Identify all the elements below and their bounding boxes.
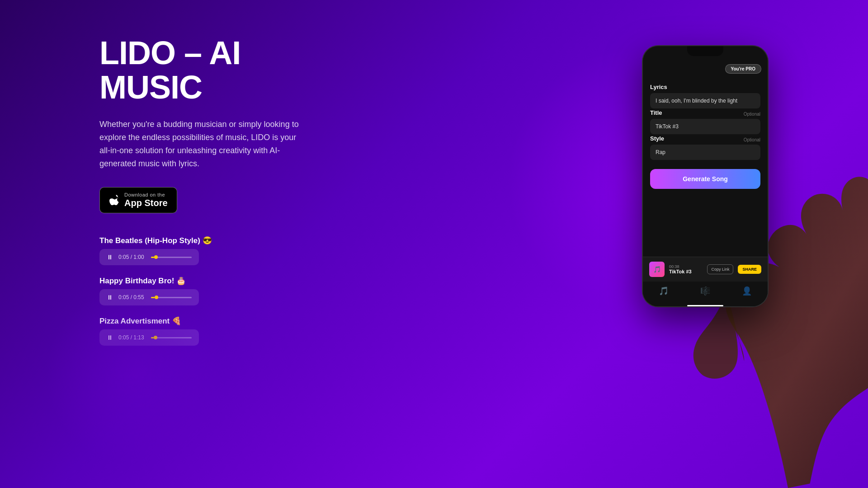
lyrics-input[interactable] xyxy=(650,93,760,108)
progress-dot-1 xyxy=(154,255,158,259)
track-player-1[interactable]: ⏸ 0:05 / 1:00 xyxy=(99,249,199,265)
share-button[interactable]: SHARE xyxy=(738,265,761,274)
style-optional: Optional xyxy=(744,137,760,142)
nav-icon-music[interactable]: 🎵 xyxy=(659,286,669,296)
track-item-2: Happy Birthday Bro! 🎂 ⏸ 0:05 / 0:55 xyxy=(99,276,362,305)
lyrics-label: Lyrics xyxy=(650,84,760,90)
hero-title-line2: MUSIC xyxy=(99,69,202,105)
player-thumbnail: 🎵 xyxy=(649,262,665,277)
progress-bar-1[interactable] xyxy=(151,257,192,258)
copy-link-button[interactable]: Copy Link xyxy=(707,264,733,274)
hero-section: LIDO – AI MUSIC Whether you're a budding… xyxy=(99,36,362,346)
player-time: 00:38 xyxy=(669,264,703,269)
style-label-row: Style Optional xyxy=(650,135,760,145)
track-item-3: Pizza Advertisment 🍕 ⏸ 0:05 / 1:13 xyxy=(99,316,362,346)
bottom-player: 🎵 00:38 TikTok #3 Copy Link SHARE xyxy=(643,257,768,282)
player-info: 00:38 TikTok #3 xyxy=(669,264,703,274)
apple-icon xyxy=(109,193,119,207)
progress-fill-2 xyxy=(151,297,155,298)
track-player-3[interactable]: ⏸ 0:05 / 1:13 xyxy=(99,329,199,346)
phone-mockup: You're PRO Lyrics Title Optional Style O… xyxy=(642,45,769,307)
track-title-2: Happy Birthday Bro! 🎂 xyxy=(99,276,362,286)
progress-dot-3 xyxy=(154,336,157,339)
track-player-2[interactable]: ⏸ 0:05 / 0:55 xyxy=(99,289,199,305)
nav-icon-profile[interactable]: 👤 xyxy=(742,286,752,296)
title-label: Title xyxy=(650,109,662,116)
track-title-3: Pizza Advertisment 🍕 xyxy=(99,316,362,326)
store-name-label: App Store xyxy=(124,197,168,208)
title-optional: Optional xyxy=(744,112,760,117)
title-label-row: Title Optional xyxy=(650,109,760,119)
generate-song-button[interactable]: Generate Song xyxy=(650,169,760,189)
title-input[interactable] xyxy=(650,119,760,134)
track-time-2: 0:05 / 0:55 xyxy=(118,294,146,300)
track-title-1: The Beatles (Hip-Hop Style) 😎 xyxy=(99,236,362,245)
hero-title-line1: LIDO – AI xyxy=(99,35,241,71)
progress-bar-2[interactable] xyxy=(151,297,192,298)
progress-bar-3[interactable] xyxy=(151,337,192,338)
track-list: The Beatles (Hip-Hop Style) 😎 ⏸ 0:05 / 1… xyxy=(99,236,362,346)
hero-title: LIDO – AI MUSIC xyxy=(99,36,362,104)
phone-notch xyxy=(687,46,723,56)
nav-icon-notes[interactable]: 🎼 xyxy=(700,286,710,296)
track-time-3: 0:05 / 1:13 xyxy=(118,334,146,341)
pro-badge-container: You're PRO xyxy=(643,61,768,74)
progress-fill-1 xyxy=(151,257,154,258)
pause-icon-2[interactable]: ⏸ xyxy=(107,294,113,301)
pro-badge: You're PRO xyxy=(725,64,761,74)
phone-screen: You're PRO Lyrics Title Optional Style O… xyxy=(643,46,768,306)
download-on-label: Download on the xyxy=(124,192,168,197)
hero-description: Whether you're a budding musician or sim… xyxy=(99,118,307,170)
bottom-nav: 🎵 🎼 👤 xyxy=(643,282,768,302)
track-item-1: The Beatles (Hip-Hop Style) 😎 ⏸ 0:05 / 1… xyxy=(99,236,362,265)
style-label: Style xyxy=(650,135,664,142)
track-time-1: 0:05 / 1:00 xyxy=(118,254,146,260)
pause-icon-3[interactable]: ⏸ xyxy=(107,334,113,341)
style-input[interactable] xyxy=(650,145,760,160)
progress-dot-2 xyxy=(155,296,158,299)
home-indicator xyxy=(687,305,723,306)
app-store-text: Download on the App Store xyxy=(124,192,168,208)
app-store-button[interactable]: Download on the App Store xyxy=(99,187,177,213)
player-song-name: TikTok #3 xyxy=(669,269,703,274)
pause-icon-1[interactable]: ⏸ xyxy=(107,253,113,261)
phone-form: Lyrics Title Optional Style Optional Gen… xyxy=(643,74,768,257)
